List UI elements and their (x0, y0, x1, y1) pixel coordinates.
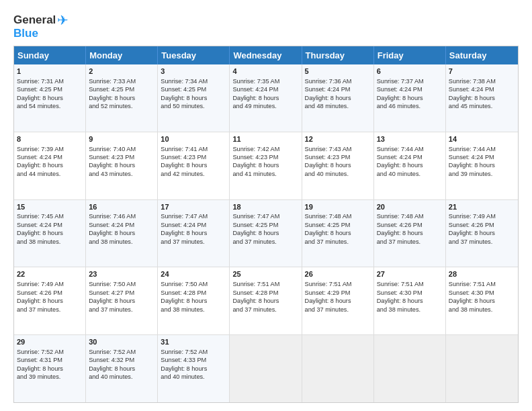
day-info: Sunrise: 7:47 AM (232, 212, 298, 220)
day-info: Sunset: 4:24 PM (377, 85, 443, 93)
day-info: and 37 minutes. (17, 306, 83, 314)
day-info: Sunrise: 7:52 AM (89, 348, 154, 356)
calendar-empty (230, 335, 302, 402)
calendar-day-4: 4Sunrise: 7:35 AMSunset: 4:24 PMDaylight… (230, 64, 302, 132)
day-info: Daylight: 8 hours (449, 297, 515, 305)
day-info: Daylight: 8 hours (377, 94, 443, 102)
day-info: and 41 minutes. (232, 170, 298, 178)
day-number: 22 (17, 269, 83, 279)
calendar-day-13: 13Sunrise: 7:44 AMSunset: 4:24 PMDayligh… (374, 132, 446, 199)
calendar-day-28: 28Sunrise: 7:51 AMSunset: 4:30 PMDayligh… (446, 267, 518, 334)
day-number: 7 (449, 66, 515, 77)
day-info: Sunrise: 7:44 AM (377, 145, 443, 153)
calendar-header-sunday: Sunday (14, 46, 86, 64)
day-number: 15 (17, 202, 83, 212)
day-info: and 37 minutes. (305, 306, 371, 314)
day-info: and 37 minutes. (305, 238, 371, 246)
day-info: Daylight: 8 hours (17, 229, 83, 237)
calendar-day-11: 11Sunrise: 7:42 AMSunset: 4:23 PMDayligh… (230, 132, 302, 199)
calendar-day-22: 22Sunrise: 7:49 AMSunset: 4:26 PMDayligh… (14, 267, 86, 334)
day-info: Sunset: 4:24 PM (89, 221, 154, 229)
day-info: and 38 minutes. (89, 238, 154, 246)
day-number: 5 (305, 66, 371, 77)
day-info: Sunrise: 7:33 AM (89, 77, 154, 85)
calendar-day-6: 6Sunrise: 7:37 AMSunset: 4:24 PMDaylight… (374, 64, 446, 132)
day-number: 6 (377, 66, 443, 77)
calendar-week-4: 29Sunrise: 7:52 AMSunset: 4:31 PMDayligh… (14, 334, 518, 402)
logo-general: General (13, 13, 56, 27)
day-info: and 40 minutes. (305, 170, 371, 178)
logo: General ✈ Blue (13, 12, 69, 40)
calendar-day-14: 14Sunrise: 7:44 AMSunset: 4:24 PMDayligh… (446, 132, 518, 199)
day-info: and 46 minutes. (377, 102, 443, 110)
day-info: and 40 minutes. (377, 170, 443, 178)
day-number: 4 (232, 66, 298, 77)
day-info: Sunset: 4:25 PM (17, 85, 83, 93)
calendar-day-3: 3Sunrise: 7:34 AMSunset: 4:25 PMDaylight… (158, 64, 230, 132)
day-number: 29 (17, 337, 83, 347)
calendar-day-10: 10Sunrise: 7:41 AMSunset: 4:23 PMDayligh… (158, 132, 230, 199)
day-info: Sunrise: 7:49 AM (17, 280, 83, 288)
day-info: Daylight: 8 hours (89, 365, 154, 373)
day-info: Sunset: 4:24 PM (449, 85, 515, 93)
day-info: Daylight: 8 hours (449, 94, 515, 102)
day-info: Daylight: 8 hours (232, 229, 298, 237)
day-info: Daylight: 8 hours (161, 161, 226, 169)
day-info: Sunrise: 7:48 AM (305, 212, 371, 220)
calendar-week-2: 15Sunrise: 7:45 AMSunset: 4:24 PMDayligh… (14, 199, 518, 267)
day-number: 9 (89, 134, 154, 144)
calendar-header-monday: Monday (86, 46, 158, 64)
day-info: Sunset: 4:27 PM (89, 289, 154, 297)
day-info: Sunrise: 7:49 AM (449, 212, 515, 220)
day-info: Sunset: 4:25 PM (161, 85, 226, 93)
calendar-day-24: 24Sunrise: 7:50 AMSunset: 4:28 PMDayligh… (158, 267, 230, 334)
calendar-week-1: 8Sunrise: 7:39 AMSunset: 4:24 PMDaylight… (14, 132, 518, 199)
day-info: Sunrise: 7:42 AM (232, 145, 298, 153)
day-info: Sunrise: 7:39 AM (17, 145, 83, 153)
day-info: Daylight: 8 hours (449, 229, 515, 237)
day-info: Sunrise: 7:38 AM (449, 77, 515, 85)
day-info: Daylight: 8 hours (232, 94, 298, 102)
calendar-header-thursday: Thursday (302, 46, 374, 64)
day-info: Sunrise: 7:34 AM (161, 77, 226, 85)
day-info: Daylight: 8 hours (89, 297, 154, 305)
calendar-week-3: 22Sunrise: 7:49 AMSunset: 4:26 PMDayligh… (14, 267, 518, 334)
page: General ✈ Blue SundayMondayTuesdayWednes… (0, 0, 532, 411)
day-info: Daylight: 8 hours (89, 161, 154, 169)
day-number: 21 (449, 202, 515, 212)
calendar-header-tuesday: Tuesday (158, 46, 230, 64)
day-info: Sunrise: 7:43 AM (305, 145, 371, 153)
day-info: and 49 minutes. (232, 102, 298, 110)
day-info: Sunset: 4:24 PM (161, 221, 226, 229)
day-info: and 37 minutes. (89, 306, 154, 314)
calendar: SundayMondayTuesdayWednesdayThursdayFrid… (13, 46, 519, 403)
day-info: Sunrise: 7:51 AM (449, 280, 515, 288)
day-info: and 40 minutes. (89, 373, 154, 381)
day-info: Sunrise: 7:51 AM (305, 280, 371, 288)
calendar-day-7: 7Sunrise: 7:38 AMSunset: 4:24 PMDaylight… (446, 64, 518, 132)
day-info: Daylight: 8 hours (161, 94, 226, 102)
day-info: Daylight: 8 hours (305, 297, 371, 305)
calendar-header-friday: Friday (374, 46, 446, 64)
day-info: Sunset: 4:25 PM (89, 85, 154, 93)
day-info: and 38 minutes. (377, 306, 443, 314)
day-info: Sunrise: 7:52 AM (17, 348, 83, 356)
day-number: 12 (305, 134, 371, 144)
day-info: Sunrise: 7:47 AM (161, 212, 226, 220)
day-number: 13 (377, 134, 443, 144)
logo-bird-icon: ✈ (57, 12, 69, 28)
calendar-day-27: 27Sunrise: 7:51 AMSunset: 4:30 PMDayligh… (374, 267, 446, 334)
day-info: Sunset: 4:28 PM (161, 289, 226, 297)
day-info: Daylight: 8 hours (305, 229, 371, 237)
day-info: and 38 minutes. (17, 238, 83, 246)
calendar-day-8: 8Sunrise: 7:39 AMSunset: 4:24 PMDaylight… (14, 132, 86, 199)
day-info: Sunset: 4:24 PM (232, 85, 298, 93)
day-info: Sunrise: 7:40 AM (89, 145, 154, 153)
day-info: Sunrise: 7:46 AM (89, 212, 154, 220)
day-info: Sunrise: 7:37 AM (377, 77, 443, 85)
calendar-day-12: 12Sunrise: 7:43 AMSunset: 4:23 PMDayligh… (302, 132, 374, 199)
day-info: Sunset: 4:32 PM (89, 356, 154, 364)
calendar-header-wednesday: Wednesday (230, 46, 302, 64)
day-info: Sunrise: 7:51 AM (232, 280, 298, 288)
calendar-day-21: 21Sunrise: 7:49 AMSunset: 4:26 PMDayligh… (446, 200, 518, 267)
